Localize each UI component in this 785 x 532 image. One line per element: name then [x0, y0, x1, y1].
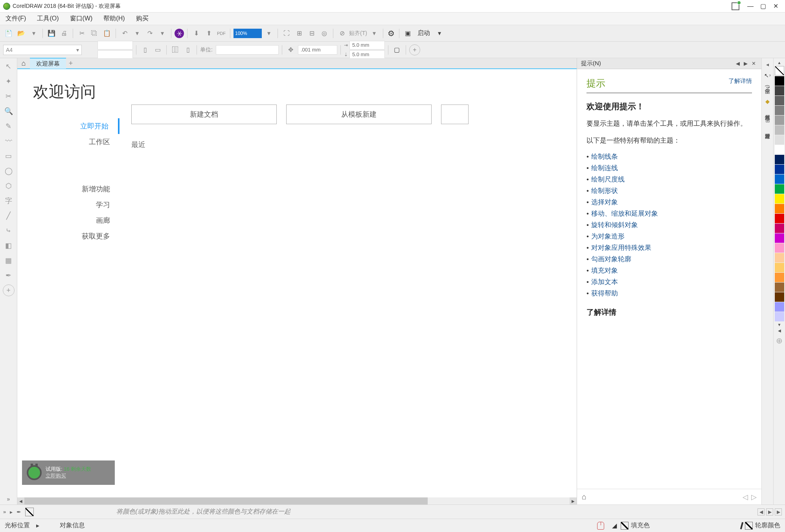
- hints-link[interactable]: 添加文本: [586, 277, 752, 286]
- palette-swatch[interactable]: [775, 96, 784, 105]
- palette-swatch[interactable]: [775, 204, 784, 213]
- dock-tab-object-manager[interactable]: 对象管理器: [764, 127, 771, 132]
- ellipse-tool-icon[interactable]: ◯: [3, 165, 15, 177]
- maximize-button[interactable]: ▢: [757, 2, 769, 11]
- menu-help[interactable]: 帮助(H): [101, 13, 127, 24]
- rectangle-tool-icon[interactable]: ▭: [3, 150, 15, 162]
- options-gear-icon[interactable]: ⚙: [386, 29, 396, 38]
- menu-file[interactable]: 文件(F): [3, 13, 28, 24]
- hints-link[interactable]: 绘制连线: [586, 163, 752, 172]
- palette-swatch[interactable]: [775, 273, 784, 282]
- pick-tool-icon[interactable]: ↖: [3, 61, 15, 72]
- undo-dropdown-icon[interactable]: ▾: [132, 28, 143, 39]
- save-icon[interactable]: 💾: [46, 28, 57, 39]
- palette-swatch[interactable]: [775, 165, 784, 174]
- palette-expand-icon[interactable]: ◀: [778, 328, 781, 333]
- copy-icon[interactable]: ⿻: [89, 28, 100, 39]
- text-tool-icon[interactable]: 字: [3, 195, 15, 207]
- nudge-distance-input[interactable]: .001 mm: [298, 45, 337, 55]
- export-icon[interactable]: ⬆: [203, 28, 214, 39]
- paper-size-select[interactable]: A4▾: [3, 45, 82, 55]
- landscape-icon[interactable]: ▭: [152, 44, 163, 55]
- scroll-right-icon[interactable]: ▶: [570, 497, 577, 504]
- snap-to-label[interactable]: 贴齐(T): [349, 30, 367, 37]
- palette-swatch[interactable]: [775, 76, 784, 86]
- new-from-template-button[interactable]: 从模板新建: [286, 105, 432, 124]
- docpalette-pin-icon[interactable]: ▸: [10, 509, 13, 515]
- palette-swatch[interactable]: [775, 184, 784, 194]
- snap-dropdown-icon[interactable]: ▾: [369, 28, 380, 39]
- launch-dropdown-icon[interactable]: ▾: [434, 28, 445, 39]
- current-page-icon[interactable]: ▯: [182, 44, 193, 55]
- dock-tab-hints[interactable]: 提示(N): [764, 83, 771, 94]
- docpalette-eyedropper-icon[interactable]: ✒: [17, 509, 21, 515]
- import-icon[interactable]: ⬇: [191, 28, 202, 39]
- close-button[interactable]: ✕: [769, 2, 782, 11]
- palette-swatch[interactable]: [775, 174, 784, 184]
- dock-expand-icon[interactable]: ◂: [764, 61, 772, 68]
- status-cursor-arrow-icon[interactable]: ▸: [36, 522, 39, 529]
- palette-swatch[interactable]: [775, 312, 784, 321]
- transparency-icon[interactable]: ▦: [3, 255, 15, 266]
- horizontal-scrollbar[interactable]: ◀ ▶: [24, 497, 570, 504]
- redo-dropdown-icon[interactable]: ▾: [157, 28, 168, 39]
- treat-as-filled-icon[interactable]: ▢: [392, 44, 403, 55]
- login-icon[interactable]: [732, 2, 739, 10]
- open-icon[interactable]: 📂: [16, 28, 27, 39]
- hints-close-icon[interactable]: ✕: [750, 61, 757, 66]
- page-width-input[interactable]: [97, 41, 133, 50]
- new-document-button[interactable]: 新建文档: [131, 105, 277, 124]
- open-dropdown-icon[interactable]: ▾: [28, 28, 39, 39]
- palette-swatch[interactable]: [775, 135, 784, 145]
- dock-props-icon[interactable]: ◆: [764, 97, 772, 105]
- palette-swatch[interactable]: [775, 253, 784, 262]
- zoom-dropdown-icon[interactable]: ▾: [263, 28, 274, 39]
- launch-icon[interactable]: ▣: [403, 28, 414, 39]
- palette-nofill-swatch[interactable]: [775, 66, 784, 75]
- status-outline[interactable]: 轮廓颜色: [741, 521, 780, 530]
- add-preset-icon[interactable]: +: [409, 44, 420, 55]
- dock-tab-object-properties[interactable]: 对象属性: [764, 108, 771, 113]
- minimize-button[interactable]: —: [744, 2, 757, 11]
- print-icon[interactable]: 🖨: [59, 28, 70, 39]
- toolbox-expand-icon[interactable]: »: [7, 496, 10, 502]
- polygon-tool-icon[interactable]: ⬡: [3, 180, 15, 192]
- palette-swatch[interactable]: [775, 194, 784, 204]
- portrait-icon[interactable]: ▯: [140, 44, 151, 55]
- palette-swatch[interactable]: [775, 155, 784, 164]
- hints-link[interactable]: 为对象造形: [586, 232, 752, 241]
- hints-link[interactable]: 绘制线条: [586, 152, 752, 161]
- palette-swatch[interactable]: [775, 302, 784, 312]
- palette-swatch[interactable]: [775, 283, 784, 292]
- menu-window[interactable]: 窗口(W): [68, 13, 95, 24]
- docpalette-flyout-icon[interactable]: ▶: [775, 508, 782, 515]
- snap-off-icon[interactable]: ⊘: [336, 28, 347, 39]
- menu-tools[interactable]: 工具(O): [35, 13, 61, 24]
- nav-get-more[interactable]: 获取更多: [17, 228, 119, 244]
- hints-back-icon[interactable]: ◁: [743, 493, 748, 501]
- drop-shadow-icon[interactable]: ◧: [3, 240, 15, 251]
- artistic-media-icon[interactable]: 〰: [3, 135, 15, 147]
- parallel-dim-icon[interactable]: ╱: [3, 210, 15, 222]
- freehand-tool-icon[interactable]: ✎: [3, 120, 15, 132]
- guidelines-icon[interactable]: ◎: [319, 28, 330, 39]
- all-pages-icon[interactable]: ⿲: [170, 44, 181, 55]
- new-tab-button[interactable]: +: [66, 59, 75, 68]
- hints-link[interactable]: 绘制尺度线: [586, 175, 752, 184]
- paste-icon[interactable]: 📋: [101, 28, 112, 39]
- home-tab-icon[interactable]: ⌂: [17, 58, 30, 69]
- palette-swatch[interactable]: [775, 292, 784, 302]
- hints-forward-icon[interactable]: ▷: [751, 493, 757, 501]
- palette-swatch[interactable]: [775, 145, 784, 154]
- hints-next-icon[interactable]: ▶: [742, 61, 750, 66]
- nav-get-started[interactable]: 立即开始: [17, 118, 119, 134]
- crop-tool-icon[interactable]: ✂: [3, 90, 15, 102]
- unit-select[interactable]: [216, 45, 279, 55]
- docpalette-left-icon[interactable]: ◀: [757, 508, 765, 515]
- hints-panel-header[interactable]: 提示(N) ◀ ▶ ✕: [577, 58, 761, 69]
- palette-swatch[interactable]: [775, 116, 784, 125]
- docpalette-expand-icon[interactable]: »: [3, 509, 6, 515]
- hints-link[interactable]: 移动、缩放和延展对象: [586, 209, 752, 218]
- hints-link[interactable]: 填充对象: [586, 266, 752, 275]
- palette-swatch[interactable]: [775, 214, 784, 223]
